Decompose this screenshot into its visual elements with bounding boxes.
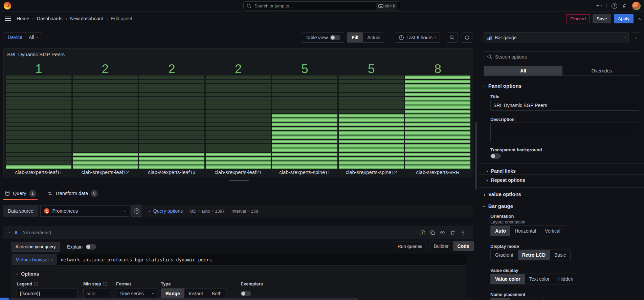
query-help-icon[interactable]: i [420,230,425,235]
display-mode-label: Display mode [490,244,519,249]
lcd-cell [73,97,138,101]
name-placement-option-top[interactable]: Top [510,298,527,300]
grafana-logo[interactable] [4,2,11,9]
collapse-query-icon[interactable]: › [7,232,11,233]
zoom-out-icon [449,35,455,40]
lcd-cell [73,101,138,105]
apply-button[interactable]: Apply [614,14,634,23]
query-options-toggle[interactable]: Query options [153,208,183,214]
horizontal-scrollbar-thumb[interactable] [9,298,358,300]
drag-grip-icon[interactable] [460,230,466,235]
gauge-column-clab-srexperts-vRR [405,76,470,169]
options-view-option-overrides[interactable]: Overrides [562,66,641,76]
lcd-cell [339,161,404,165]
query-row-header[interactable]: › A (Prometheus) i [3,226,473,239]
lcd-cell [73,127,138,131]
refresh-button[interactable] [462,32,472,43]
visualization-picker[interactable]: Bar gauge › [484,32,629,43]
new-menu-button[interactable]: +› [596,2,602,9]
horizontal-scrollbar[interactable] [0,298,477,300]
search-options-box[interactable] [484,51,641,62]
editor-mode: BuilderCode [429,241,474,251]
value-display-option-hidden[interactable]: Hidden [554,274,578,284]
lcd-cell [272,144,337,148]
orientation-option-vertical[interactable]: Vertical [540,226,565,236]
options-view-option-all[interactable]: All [484,66,562,76]
repeat-options-section-header[interactable]: › Repeat options [486,177,525,183]
lcd-cell [405,161,470,165]
collapse-pane-button[interactable]: › [631,32,641,43]
value-display-option-value-color[interactable]: Value color [491,274,525,284]
breadcrumb-item-new-dashboard[interactable]: New dashboard [70,16,103,21]
promql-expression-input[interactable] [57,254,466,265]
user-avatar[interactable] [632,2,641,10]
zoom-out-button[interactable] [447,32,458,43]
vertical-scrollbar-thumb[interactable] [475,122,477,190]
lcd-cell [6,80,71,84]
query-options-section: › Options Legendi Min stepi Format Time … [12,267,466,300]
orientation-option-horizontal[interactable]: Horizontal [510,226,540,236]
panel-options-section-header[interactable]: › Panel options [484,83,521,89]
panel-title: SRL Dynamic BGP Peers [7,51,65,57]
transparent-background-toggle[interactable] [490,153,501,159]
save-button[interactable]: Save [593,14,611,23]
lcd-cell [73,84,138,88]
name-placement-option-left[interactable]: Left [527,298,543,300]
bar-gauge-section-header[interactable]: › Bar gauge [484,203,513,209]
menu-toggle-icon[interactable] [5,17,11,21]
panel-description-textarea[interactable] [490,123,639,142]
query-type-option-both[interactable]: Both [207,288,226,299]
discard-button[interactable]: Discard [566,14,590,23]
collapse-header-icon[interactable]: › [636,18,642,20]
table-view-toggle[interactable] [330,35,340,40]
panel-resize-handle[interactable] [229,180,249,181]
value-options-section-header[interactable]: › Value options [484,191,521,197]
fill-actual-option-actual[interactable]: Actual [363,33,385,42]
lcd-cell [206,161,271,165]
lcd-cell [6,93,71,97]
breadcrumb-item-dashboards[interactable]: Dashboards [37,16,63,21]
editor-mode-option-code[interactable]: Code [453,241,474,251]
lcd-cell [405,105,470,109]
explain-label: Explain [67,244,83,250]
search-options-input[interactable] [495,54,638,60]
display-mode-option-basic[interactable]: Basic [550,250,570,260]
trash-icon[interactable] [450,230,456,235]
editor-mode-option-builder[interactable]: Builder [429,241,453,251]
global-search-input[interactable]: Search or jump to... ctrl+k [243,1,400,10]
options-collapse[interactable]: › Options [17,271,39,277]
fill-actual-option-fill[interactable]: Fill [347,33,363,42]
datasource-picker[interactable]: Prometheus › [40,205,129,217]
kick-start-query-button[interactable]: Kick start your query [12,242,60,252]
tab-transform-data[interactable]: Transform data 0 [46,187,99,200]
variable-value-dropdown[interactable]: All› [25,32,42,42]
datasource-value: Prometheus [52,208,121,214]
display-mode-option-retro-lcd[interactable]: Retro LCD [518,250,550,260]
chevron-down-icon: › [15,273,20,275]
tab-query[interactable]: Query 1 [3,187,38,200]
query-type-option-instant[interactable]: Instant [184,288,207,299]
eye-icon[interactable] [440,230,445,235]
panel-title-input[interactable] [490,100,639,111]
duplicate-icon[interactable] [430,230,435,235]
name-placement-option-auto[interactable]: Auto [491,298,510,300]
value-display-option-text-color[interactable]: Text color [525,274,554,284]
time-range-picker[interactable]: Last 6 hours › [395,32,440,43]
title-label: Title [490,94,499,99]
news-icon[interactable] [622,3,627,8]
run-queries-button[interactable]: Run queries [394,241,426,251]
orientation-option-auto[interactable]: Auto [491,226,510,236]
metrics-browser-button[interactable]: Metrics browser › [12,254,57,265]
tab-query-label: Query [13,191,26,196]
exemplars-toggle[interactable] [241,291,251,296]
lcd-cell [272,76,337,79]
help-icon[interactable]: ? [612,3,617,9]
explain-toggle[interactable] [86,244,96,250]
panel-links-section-header[interactable]: › Panel links [486,168,516,174]
lcd-cell [206,118,271,122]
display-mode-option-gradient[interactable]: Gradient [491,250,518,260]
query-type-option-range[interactable]: Range [161,288,184,299]
visualization-panel[interactable]: SRL Dynamic BGP Peers 1222558 clab-srexp… [3,48,473,177]
datasource-help-button[interactable]: ? [131,205,142,217]
breadcrumb-item-home[interactable]: Home [17,16,29,21]
